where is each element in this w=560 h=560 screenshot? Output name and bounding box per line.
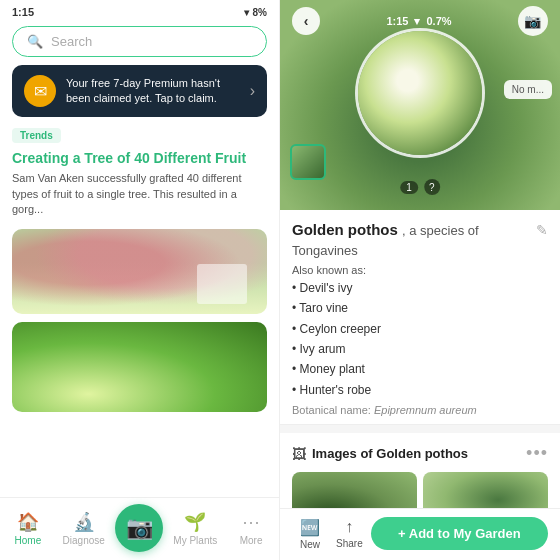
my-plants-icon: 🌱 xyxy=(184,511,206,533)
photo-dots: 1 ? xyxy=(400,179,440,195)
add-to-garden-button[interactable]: + Add to My Garden xyxy=(371,517,548,550)
camera-icon: 📷 xyxy=(126,515,153,541)
share-button[interactable]: ↑ Share xyxy=(328,518,371,549)
nav-my-plants-label: My Plants xyxy=(173,535,217,546)
battery-right: 0.7% xyxy=(426,15,451,27)
search-bar[interactable]: 🔍 Search xyxy=(12,26,267,57)
time-right: 1:15 xyxy=(386,15,408,27)
diagnose-icon: 🔬 xyxy=(73,511,95,533)
trends-description: Sam Van Aken successfully grafted 40 dif… xyxy=(12,171,267,217)
more-icon: ⋯ xyxy=(242,511,260,533)
botanical-name: Botanical name: Epipremnum aureum xyxy=(292,404,548,416)
no-match-chip: No m... xyxy=(504,80,552,99)
promo-text: Your free 7-day Premium hasn't been clai… xyxy=(66,76,240,107)
camera-circle: 📷 xyxy=(115,504,163,552)
photo-camera-button[interactable]: 📷 xyxy=(518,6,548,36)
edit-icon[interactable]: ✎ xyxy=(536,222,548,238)
alias-item: • Taro vine xyxy=(292,301,348,315)
images-header: 🖼 Images of Golden pothos ••• xyxy=(292,443,548,464)
thumbnail-1[interactable] xyxy=(290,144,326,180)
action-row: 🆕 New ↑ Share + Add to My Garden xyxy=(280,508,560,560)
plant-image-thumb-2[interactable] xyxy=(423,472,548,508)
search-bar-wrap: 🔍 Search xyxy=(0,22,279,65)
time-left: 1:15 xyxy=(12,6,34,18)
nav-more-label: More xyxy=(240,535,263,546)
nav-diagnose-label: Diagnose xyxy=(63,535,105,546)
also-known-label: Also known as: xyxy=(292,264,548,276)
leaf-visual xyxy=(358,31,482,155)
aliases-list: • Devil's ivy• Taro vine• Ceylon creeper… xyxy=(292,278,548,400)
status-bar-left: 1:15 ▾ 8% xyxy=(0,0,279,22)
nav-my-plants[interactable]: 🌱 My Plants xyxy=(167,511,223,546)
right-panel: ‹ 1:15 ▾ 0.7% 📷 1 ? No m... xyxy=(280,0,560,560)
nav-home-label: Home xyxy=(15,535,42,546)
trends-section: Trends Creating a Tree of 40 Different F… xyxy=(0,125,279,221)
images-title-row: 🖼 Images of Golden pothos xyxy=(292,446,468,462)
gallery-icon: 🖼 xyxy=(292,446,306,462)
images-title: Images of Golden pothos xyxy=(312,446,468,461)
plant-image-thumb-1[interactable] xyxy=(292,472,417,508)
more-options-icon[interactable]: ••• xyxy=(526,443,548,464)
images-grid xyxy=(292,472,548,508)
plant-name-row: Golden pothos , a species of Tongavines … xyxy=(292,220,548,260)
alias-item: • Ivy arum xyxy=(292,342,346,356)
back-button[interactable]: ‹ xyxy=(292,7,320,35)
question-indicator[interactable]: ? xyxy=(424,179,440,195)
thumbnail-row xyxy=(290,144,326,180)
new-button[interactable]: 🆕 New xyxy=(292,518,328,550)
new-icon: 🆕 xyxy=(300,518,320,537)
promo-arrow-icon: › xyxy=(250,82,255,100)
camera-button[interactable]: 📷 xyxy=(112,504,168,552)
nav-home[interactable]: 🏠 Home xyxy=(0,511,56,546)
search-icon: 🔍 xyxy=(27,34,43,49)
left-panel: 1:15 ▾ 8% 🔍 Search ✉ Your free 7-day Pre… xyxy=(0,0,280,560)
page-indicator: 1 xyxy=(400,181,418,194)
images-section: 🖼 Images of Golden pothos ••• xyxy=(280,433,560,508)
bottom-nav: 🏠 Home 🔬 Diagnose 📷 🌱 My Plants ⋯ More xyxy=(0,497,279,560)
alias-item: • Ceylon creeper xyxy=(292,322,381,336)
plant-photo-area: ‹ 1:15 ▾ 0.7% 📷 1 ? No m... xyxy=(280,0,560,210)
alias-item: • Money plant xyxy=(292,362,365,376)
house-shape xyxy=(197,264,247,304)
plant-common-name: Golden pothos , a species of Tongavines xyxy=(292,221,479,258)
trends-title[interactable]: Creating a Tree of 40 Different Fruit xyxy=(12,149,267,167)
plant-image-bg xyxy=(12,322,267,412)
nav-more[interactable]: ⋯ More xyxy=(223,511,279,546)
battery-left: 8% xyxy=(253,7,267,18)
article-image[interactable] xyxy=(12,229,267,314)
trends-badge: Trends xyxy=(12,128,61,143)
alias-item: • Hunter's robe xyxy=(292,383,371,397)
plant-name-block: Golden pothos , a species of Tongavines xyxy=(292,220,479,260)
alias-item: • Devil's ivy xyxy=(292,281,353,295)
promo-banner[interactable]: ✉ Your free 7-day Premium hasn't been cl… xyxy=(12,65,267,117)
promo-icon: ✉ xyxy=(24,75,56,107)
wifi-icon: ▾ xyxy=(244,7,249,18)
circle-overlay xyxy=(355,28,485,158)
home-icon: 🏠 xyxy=(17,511,39,533)
share-icon: ↑ xyxy=(345,518,353,536)
status-icons-left: ▾ 8% xyxy=(244,7,267,18)
nav-diagnose[interactable]: 🔬 Diagnose xyxy=(56,511,112,546)
wifi-icon-right: ▾ xyxy=(414,15,420,28)
search-placeholder[interactable]: Search xyxy=(51,34,92,49)
plant-image[interactable] xyxy=(12,322,267,412)
plant-info-area: Golden pothos , a species of Tongavines … xyxy=(280,210,560,425)
